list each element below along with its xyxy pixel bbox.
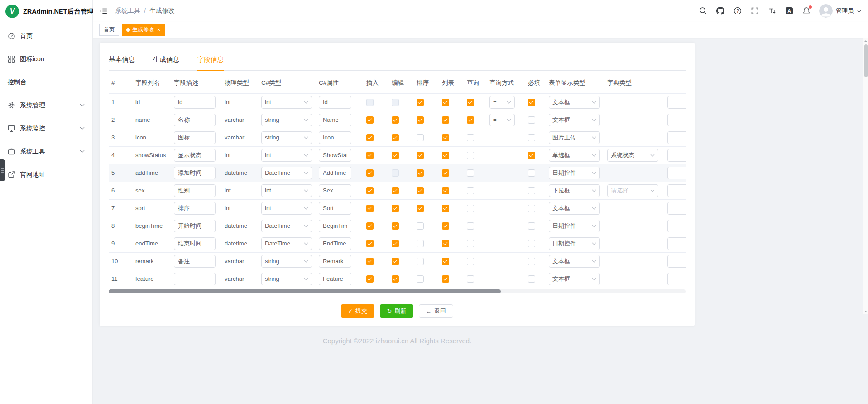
cs-property-input[interactable] bbox=[319, 96, 351, 109]
column-desc-input[interactable] bbox=[174, 255, 216, 268]
cs-type-select[interactable]: string bbox=[261, 255, 312, 268]
required-checkbox[interactable] bbox=[528, 205, 535, 212]
sidebar-item-console[interactable]: 控制台 bbox=[0, 71, 92, 94]
insert-checkbox[interactable] bbox=[366, 222, 374, 230]
required-checkbox[interactable] bbox=[528, 187, 535, 194]
notification-bell-icon[interactable] bbox=[802, 7, 810, 15]
column-desc-input[interactable] bbox=[174, 167, 216, 179]
extra-input[interactable] bbox=[667, 184, 686, 197]
extra-input[interactable] bbox=[667, 220, 686, 232]
sort-checkbox[interactable] bbox=[417, 99, 424, 106]
required-checkbox[interactable] bbox=[528, 240, 535, 247]
fullscreen-icon[interactable] bbox=[750, 7, 759, 15]
tab-basic-info[interactable]: 基本信息 bbox=[109, 50, 135, 71]
scroll-up-arrow[interactable] bbox=[863, 38, 868, 43]
extra-input[interactable] bbox=[667, 167, 686, 179]
cs-property-input[interactable] bbox=[319, 255, 351, 268]
back-button[interactable]: ← 返回 bbox=[419, 304, 453, 318]
insert-checkbox[interactable] bbox=[366, 240, 374, 247]
extra-input[interactable] bbox=[667, 273, 686, 285]
sidebar-item-system-management[interactable]: 系统管理 bbox=[0, 94, 92, 117]
extra-input[interactable] bbox=[667, 202, 686, 215]
tab-generate-info[interactable]: 生成信息 bbox=[153, 50, 179, 71]
dict-type-select[interactable]: 请选择 bbox=[607, 184, 658, 197]
required-checkbox[interactable] bbox=[528, 116, 535, 124]
cs-type-select[interactable]: string bbox=[261, 114, 312, 126]
form-display-select[interactable]: 日期控件 bbox=[549, 167, 600, 179]
query-checkbox[interactable] bbox=[467, 258, 474, 265]
vertical-scrollbar[interactable] bbox=[863, 38, 868, 314]
column-desc-input[interactable] bbox=[174, 131, 216, 144]
cs-type-select[interactable]: string bbox=[261, 273, 312, 285]
form-display-select[interactable]: 日期控件 bbox=[549, 220, 600, 232]
sidebar-item-website[interactable]: 官网地址 bbox=[0, 163, 92, 186]
required-checkbox[interactable] bbox=[528, 152, 535, 159]
query-mode-select[interactable]: = bbox=[489, 114, 515, 126]
settings-drawer-handle[interactable] bbox=[0, 159, 5, 181]
insert-checkbox[interactable] bbox=[366, 116, 374, 124]
query-mode-select[interactable]: = bbox=[489, 96, 515, 109]
edit-checkbox[interactable] bbox=[392, 152, 399, 159]
extra-input[interactable] bbox=[667, 96, 686, 109]
sort-checkbox[interactable] bbox=[417, 240, 424, 247]
edit-checkbox[interactable] bbox=[392, 169, 399, 177]
list-checkbox[interactable] bbox=[442, 222, 449, 230]
sidebar-item-system-tools[interactable]: 系统工具 bbox=[0, 140, 92, 163]
tag-generate-edit[interactable]: 生成修改 × bbox=[122, 24, 165, 36]
logo-row[interactable]: V ZRAdmin.NET后台管理 bbox=[0, 0, 92, 23]
list-checkbox[interactable] bbox=[442, 134, 449, 141]
horizontal-scrollbar[interactable] bbox=[109, 289, 686, 293]
cs-type-select[interactable]: DateTime bbox=[261, 167, 312, 179]
form-display-select[interactable]: 文本框 bbox=[549, 114, 600, 126]
extra-input[interactable] bbox=[667, 114, 686, 126]
cs-type-select[interactable]: int bbox=[261, 184, 312, 197]
insert-checkbox[interactable] bbox=[366, 152, 374, 159]
cs-property-input[interactable] bbox=[319, 114, 351, 126]
form-display-select[interactable]: 文本框 bbox=[549, 273, 600, 285]
cs-property-input[interactable] bbox=[319, 149, 351, 162]
sidebar-item-system-monitor[interactable]: 系统监控 bbox=[0, 117, 92, 140]
search-icon[interactable] bbox=[699, 7, 707, 15]
insert-checkbox[interactable] bbox=[366, 205, 374, 212]
form-display-select[interactable]: 图片上传 bbox=[549, 131, 600, 144]
cs-type-select[interactable]: int bbox=[261, 149, 312, 162]
cs-property-input[interactable] bbox=[319, 202, 351, 215]
extra-input[interactable] bbox=[667, 237, 686, 250]
list-checkbox[interactable] bbox=[442, 99, 449, 106]
scrollbar-thumb[interactable] bbox=[864, 44, 868, 77]
query-checkbox[interactable] bbox=[467, 275, 474, 283]
extra-input[interactable] bbox=[667, 255, 686, 268]
insert-checkbox[interactable] bbox=[366, 169, 374, 177]
column-desc-input[interactable] bbox=[174, 114, 216, 126]
insert-checkbox[interactable] bbox=[366, 99, 374, 106]
sort-checkbox[interactable] bbox=[417, 152, 424, 159]
column-desc-input[interactable] bbox=[174, 237, 216, 250]
sort-checkbox[interactable] bbox=[417, 169, 424, 177]
required-checkbox[interactable] bbox=[528, 275, 535, 283]
sort-checkbox[interactable] bbox=[417, 116, 424, 124]
edit-checkbox[interactable] bbox=[392, 99, 399, 106]
edit-checkbox[interactable] bbox=[392, 205, 399, 212]
cs-property-input[interactable] bbox=[319, 273, 351, 285]
query-checkbox[interactable] bbox=[467, 134, 474, 141]
list-checkbox[interactable] bbox=[442, 169, 449, 177]
insert-checkbox[interactable] bbox=[366, 275, 374, 283]
help-icon[interactable]: ? bbox=[733, 7, 742, 15]
column-desc-input[interactable] bbox=[174, 202, 216, 215]
sidebar-item-home[interactable]: 首页 bbox=[0, 24, 92, 48]
edit-checkbox[interactable] bbox=[392, 240, 399, 247]
user-menu[interactable]: 管理员 bbox=[819, 4, 862, 18]
query-checkbox[interactable] bbox=[467, 99, 474, 106]
column-desc-input[interactable] bbox=[174, 184, 216, 197]
refresh-button[interactable]: ↻ 刷新 bbox=[380, 304, 413, 318]
required-checkbox[interactable] bbox=[528, 134, 535, 141]
query-checkbox[interactable] bbox=[467, 152, 474, 159]
query-checkbox[interactable] bbox=[467, 205, 474, 212]
list-checkbox[interactable] bbox=[442, 152, 449, 159]
breadcrumb-section[interactable]: 系统工具 bbox=[115, 7, 140, 15]
column-desc-input[interactable] bbox=[174, 220, 216, 232]
github-icon[interactable] bbox=[716, 7, 724, 15]
edit-checkbox[interactable] bbox=[392, 187, 399, 194]
sort-checkbox[interactable] bbox=[417, 275, 424, 283]
insert-checkbox[interactable] bbox=[366, 187, 374, 194]
